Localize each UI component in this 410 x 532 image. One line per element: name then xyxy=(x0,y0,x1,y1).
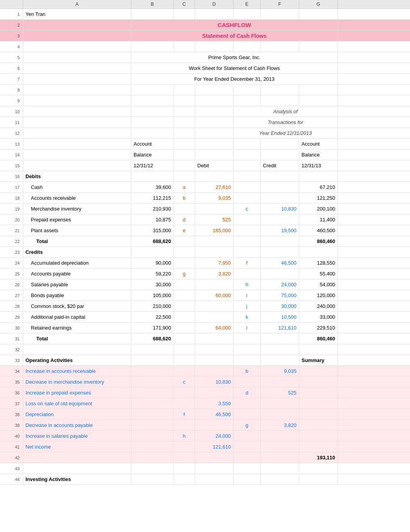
cell-29-b: 22,500 xyxy=(131,312,174,322)
cell-36-a: Increase in prepaid expenses xyxy=(23,388,131,398)
cell-40-a: Increase in salaries payable xyxy=(23,431,131,441)
cell-31-g: 860,460 xyxy=(299,333,338,344)
row-37: 37 Loss on sale of old equipment 3,550 xyxy=(0,398,410,409)
row-8: 8 xyxy=(0,85,410,95)
cell-27-g: 120,000 xyxy=(299,290,338,301)
row-12: 12 Year Ended 12/31/2013 xyxy=(0,128,410,139)
cell-33-a: Operating Activities xyxy=(23,355,131,365)
column-headers: A B C D E F G xyxy=(0,0,410,9)
cashflow-title: CASHFLOW xyxy=(131,20,338,30)
cell-40-c: h xyxy=(174,431,195,441)
cell-19-b: 210,930 xyxy=(131,204,174,214)
row-33: 33 Operating Activities Summary xyxy=(0,355,410,366)
cell-26-f: 24,000 xyxy=(261,279,299,290)
cell-31-b: 688,620 xyxy=(131,333,174,344)
cell-15-b: 12/31/12 xyxy=(131,160,174,171)
row-21: 21 Plant assets 315,000 e 165,000 19,500… xyxy=(0,225,410,236)
cell-19-e: c xyxy=(234,204,261,214)
cell-38-c: f xyxy=(174,409,195,420)
cell-21-g: 460,500 xyxy=(299,225,338,236)
cell-17-g: 67,210 xyxy=(299,182,338,192)
cell-36-e: d xyxy=(234,388,261,398)
cell-16-a: Debits xyxy=(23,171,131,182)
cell-24-g: 128,550 xyxy=(299,258,338,268)
col-header-e: E xyxy=(234,0,261,8)
cell-39-f: 3,820 xyxy=(261,420,299,430)
row-19: 19 Merchandise inventory 210,930 c 10,83… xyxy=(0,204,410,214)
spreadsheet: A B C D E F G 1 Yen Tran 2 CASHFLOW 3 St… xyxy=(0,0,410,532)
cell-19-g: 200,100 xyxy=(299,204,338,214)
cell-18-a: Accounts receivable xyxy=(23,193,131,203)
row-17: 17 Cash 39,600 a 27,610 67,210 xyxy=(0,182,410,193)
cell-17-b: 39,600 xyxy=(131,182,174,192)
cell-28-b: 210,000 xyxy=(131,301,174,311)
cell-22-b: 688,620 xyxy=(131,236,174,246)
cell-34-e: b xyxy=(234,366,261,376)
row-7: 7 For Year Ended December 31, 2013 xyxy=(0,74,410,85)
cell-24-e: f xyxy=(234,258,261,268)
cell-14-g: Balance xyxy=(299,150,338,160)
row-20: 20 Prepaid expenses 10,875 d 525 11,400 xyxy=(0,214,410,225)
row-13: 13 Account Account xyxy=(0,139,410,150)
cell-26-a: Salaries payable xyxy=(23,279,131,290)
cell-42-g: 193,110 xyxy=(299,452,338,463)
row-29: 29 Additional paid-in capital 22,500 k 1… xyxy=(0,312,410,323)
cell-29-f: 10,500 xyxy=(261,312,299,322)
cell-14-b: Balance xyxy=(131,150,174,160)
row-24: 24 Accumulated depreciation 90,000 7,950… xyxy=(0,258,410,269)
row-40: 40 Increase in salaries payable h 24,000 xyxy=(0,431,410,442)
cell-17-d: 27,610 xyxy=(195,182,234,192)
cell-28-g: 240,000 xyxy=(299,301,338,311)
col-header-a: A xyxy=(23,0,131,8)
cell-15-d: Debit xyxy=(195,160,234,171)
cell-29-a: Additional paid-in capital xyxy=(23,312,131,322)
row-3: 3 Statement of Cash Flows xyxy=(0,31,410,41)
cell-19-f: 10,830 xyxy=(261,204,299,214)
cell-30-f: 121,610 xyxy=(261,323,299,333)
company-name: Prime Sports Gear, Inc. xyxy=(131,52,338,63)
cell-35-c: c xyxy=(174,377,195,387)
cell-30-a: Retained earnings xyxy=(23,323,131,333)
cell-28-e: j xyxy=(234,301,261,311)
cell-20-c: d xyxy=(174,214,195,225)
row-6: 6 Work Sheet for Statement of Cash Flows xyxy=(0,63,410,74)
row-4: 4 xyxy=(0,41,410,52)
row-27: 27 Bonds payable 105,000 60,000 i 75,000… xyxy=(0,290,410,301)
cell-26-e: h xyxy=(234,279,261,290)
analysis-header-3: Year Ended 12/31/2013 xyxy=(234,128,338,138)
row-30: 30 Retained earnings 171,900 64,000 l 12… xyxy=(0,323,410,333)
cell-38-a: Depreciation xyxy=(23,409,131,420)
row-39: 39 Decrease in accounts payable g 3,820 xyxy=(0,420,410,431)
statement-title: Statement of Cash Flows xyxy=(131,31,338,41)
col-header-num xyxy=(0,0,23,8)
row-31: 31 Total 688,620 860,460 xyxy=(0,333,410,344)
cell-20-a: Prepaid expenses xyxy=(23,214,131,225)
cell-23-a: Credits xyxy=(23,247,131,257)
worksheet-title: Work Sheet for Statement of Cash Flows xyxy=(131,63,338,73)
cell-25-a: Accounts payable xyxy=(23,269,131,279)
cell-35-a: Decrease in merchandise inventory xyxy=(23,377,131,387)
cell-15-g: 12/31/13 xyxy=(299,160,338,171)
col-header-d: D xyxy=(195,0,234,8)
row-28: 28 Common stock, $20 par 210,000 j 30,00… xyxy=(0,301,410,312)
cell-27-d: 60,000 xyxy=(195,290,234,301)
row-15: 15 12/31/12 Debit Credit 12/31/13 xyxy=(0,160,410,171)
cell-31-a: Total xyxy=(23,333,131,344)
cell-30-b: 171,900 xyxy=(131,323,174,333)
date-title: For Year Ended December 31, 2013 xyxy=(131,74,338,84)
cell-26-g: 54,000 xyxy=(299,279,338,290)
row-26: 26 Salaries payable 30,000 h 24,000 54,0… xyxy=(0,279,410,290)
cell-40-d: 24,000 xyxy=(195,431,234,441)
row-2: 2 CASHFLOW xyxy=(0,20,410,31)
cell-24-b: 90,000 xyxy=(131,258,174,268)
cell-20-b: 10,875 xyxy=(131,214,174,225)
row-22: 22 Total 688,620 860,460 xyxy=(0,236,410,247)
cell-27-e: i xyxy=(234,290,261,301)
cell-28-f: 30,000 xyxy=(261,301,299,311)
analysis-header-1: Analysis of xyxy=(234,106,338,117)
cell-24-d: 7,950 xyxy=(195,258,234,268)
cell-13-g: Account xyxy=(299,139,338,149)
cell-17-a: Cash xyxy=(23,182,131,192)
row-35: 35 Decrease in merchandise inventory c 1… xyxy=(0,377,410,388)
row-14: 14 Balance Balance xyxy=(0,150,410,160)
